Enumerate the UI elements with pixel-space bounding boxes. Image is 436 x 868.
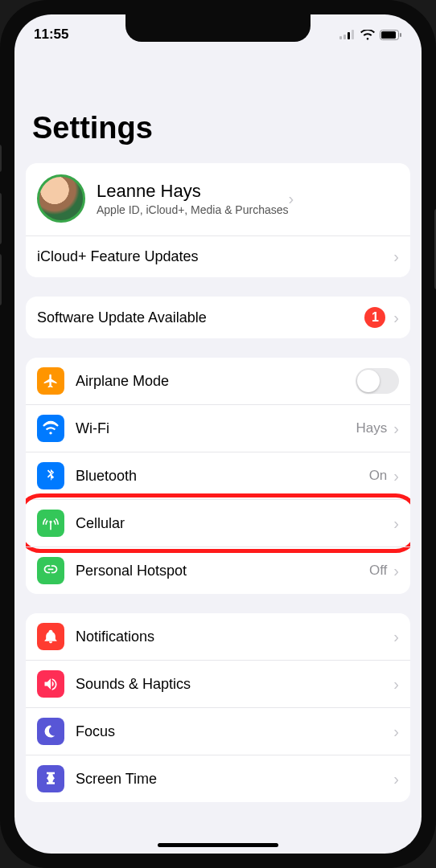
profile-text: Leanne Hays Apple ID, iCloud+, Media & P… <box>97 181 289 216</box>
svg-rect-1 <box>343 35 346 39</box>
page-title: Settings <box>14 55 422 155</box>
airplane-toggle[interactable] <box>356 368 399 394</box>
status-icons <box>339 30 402 40</box>
sounds-label: Sounds & Haptics <box>76 676 393 693</box>
software-update-group: Software Update Available 1 › <box>26 297 410 338</box>
hotspot-icon <box>37 557 64 584</box>
svg-rect-6 <box>400 33 401 37</box>
chevron-right-icon: › <box>393 675 399 694</box>
chevron-right-icon: › <box>393 770 399 788</box>
chevron-right-icon: › <box>393 248 399 266</box>
svg-rect-3 <box>352 30 354 39</box>
wifi-icon <box>37 415 64 442</box>
general-group: Notifications › Sounds & Haptics › Focus… <box>26 613 410 802</box>
profile-group: Leanne Hays Apple ID, iCloud+, Media & P… <box>26 163 410 277</box>
phone-frame: 11:55 Settings Leanne Hays Apple ID, iCl… <box>0 0 436 868</box>
wifi-status-icon <box>360 30 375 40</box>
chevron-right-icon: › <box>393 309 399 327</box>
apple-id-row[interactable]: Leanne Hays Apple ID, iCloud+, Media & P… <box>26 163 410 235</box>
badge-count: 1 <box>364 307 385 328</box>
home-indicator[interactable] <box>158 843 278 847</box>
notifications-label: Notifications <box>76 628 393 645</box>
notifications-icon <box>37 623 64 650</box>
profile-subtitle: Apple ID, iCloud+, Media & Purchases <box>97 203 289 216</box>
notch <box>125 14 311 42</box>
status-time: 11:55 <box>34 27 68 43</box>
chevron-right-icon: › <box>393 420 399 438</box>
screentime-row[interactable]: Screen Time › <box>26 755 410 802</box>
signal-icon <box>339 30 356 39</box>
airplane-icon <box>37 367 64 395</box>
wifi-label: Wi-Fi <box>76 420 356 437</box>
focus-label: Focus <box>76 723 393 740</box>
bluetooth-value: On <box>369 468 388 484</box>
chevron-right-icon: › <box>393 562 399 580</box>
wifi-value: Hays <box>356 420 388 436</box>
focus-icon <box>37 718 64 745</box>
cellular-label: Cellular <box>76 515 393 532</box>
profile-name: Leanne Hays <box>97 181 289 202</box>
hotspot-row[interactable]: Personal Hotspot Off › <box>26 547 410 594</box>
chevron-right-icon: › <box>393 723 399 741</box>
bluetooth-row[interactable]: Bluetooth On › <box>26 452 410 499</box>
screentime-label: Screen Time <box>76 771 393 788</box>
svg-rect-2 <box>348 32 350 39</box>
screen: 11:55 Settings Leanne Hays Apple ID, iCl… <box>14 14 422 854</box>
avatar <box>37 174 85 223</box>
battery-icon <box>380 30 402 40</box>
airplane-mode-row[interactable]: Airplane Mode <box>26 358 410 404</box>
chevron-right-icon: › <box>289 190 294 208</box>
software-update-row[interactable]: Software Update Available 1 › <box>26 297 410 338</box>
bluetooth-icon <box>37 462 64 489</box>
cellular-icon <box>37 510 64 537</box>
svg-rect-5 <box>381 31 396 39</box>
sounds-icon <box>37 670 64 698</box>
focus-row[interactable]: Focus › <box>26 707 410 755</box>
bluetooth-label: Bluetooth <box>76 468 369 485</box>
icloud-updates-label: iCloud+ Feature Updates <box>37 248 393 265</box>
screentime-icon <box>37 765 64 792</box>
chevron-right-icon: › <box>393 514 399 533</box>
wifi-row[interactable]: Wi-Fi Hays › <box>26 404 410 452</box>
hotspot-value: Off <box>369 563 387 579</box>
sounds-row[interactable]: Sounds & Haptics › <box>26 660 410 707</box>
network-group: Airplane Mode Wi-Fi Hays › Bluetooth On … <box>26 358 410 594</box>
chevron-right-icon: › <box>393 628 399 646</box>
cellular-row[interactable]: Cellular › <box>26 499 410 547</box>
hotspot-label: Personal Hotspot <box>76 563 369 579</box>
icloud-updates-row[interactable]: iCloud+ Feature Updates › <box>26 235 410 277</box>
software-update-label: Software Update Available <box>37 309 364 326</box>
svg-rect-0 <box>339 36 342 39</box>
airplane-label: Airplane Mode <box>76 373 356 390</box>
notifications-row[interactable]: Notifications › <box>26 613 410 660</box>
chevron-right-icon: › <box>393 467 399 485</box>
